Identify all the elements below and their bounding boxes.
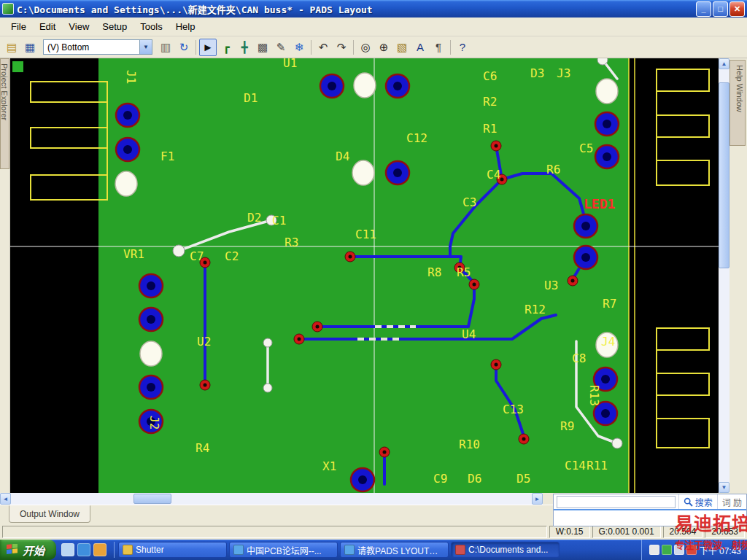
- pcb-board[interactable]: [98, 58, 629, 493]
- pcb-ref-label[interactable]: C13: [503, 402, 524, 416]
- volume-icon[interactable]: [674, 545, 684, 555]
- pcb-ref-label[interactable]: D2: [247, 211, 261, 225]
- scroll-up-icon[interactable]: ▲: [719, 58, 729, 69]
- menu-item-setup[interactable]: Setup: [96, 18, 133, 35]
- help-window-tab[interactable]: Help Window: [729, 60, 746, 146]
- pcb-ref-label[interactable]: R8: [427, 265, 441, 279]
- pcb-ref-label[interactable]: LED1: [584, 196, 615, 211]
- pcb-ref-label[interactable]: C2: [225, 249, 239, 263]
- media-player-icon[interactable]: [93, 543, 107, 556]
- pcb-ref-label[interactable]: C6: [483, 69, 497, 83]
- undo-icon[interactable]: ↶: [314, 39, 332, 56]
- pcb-ref-label[interactable]: R13: [587, 385, 601, 406]
- pcb-pad-unplated[interactable]: [140, 341, 162, 366]
- pcb-ref-label[interactable]: R3: [285, 236, 298, 249]
- pcb-ref-label[interactable]: J1: [124, 70, 138, 84]
- pcb-ref-label[interactable]: C11: [355, 228, 376, 241]
- pcb-ref-label[interactable]: J3: [557, 66, 570, 80]
- zoom-window-icon[interactable]: ⊕: [375, 39, 392, 56]
- highlight-icon[interactable]: ❄: [290, 39, 308, 56]
- pcb-ref-label[interactable]: U2: [197, 335, 211, 349]
- antivirus-icon[interactable]: [662, 545, 672, 555]
- redo-icon[interactable]: ↷: [333, 39, 350, 56]
- zoom-icon[interactable]: ◎: [357, 39, 374, 56]
- show-desktop-icon[interactable]: [61, 543, 74, 556]
- search-input[interactable]: [557, 496, 676, 508]
- pcb-ref-label[interactable]: R10: [459, 438, 480, 451]
- output-window-tab[interactable]: Output Window: [9, 505, 90, 523]
- pcb-ref-label[interactable]: R5: [457, 265, 471, 279]
- pcb-pad-unplated[interactable]: [115, 171, 137, 196]
- redraw-icon[interactable]: ↻: [175, 39, 193, 56]
- taskbar-clock[interactable]: 下午 07:43: [700, 544, 741, 556]
- start-button[interactable]: 开始: [0, 540, 56, 560]
- open-icon[interactable]: ▤: [3, 39, 20, 56]
- pcb-pad-round[interactable]: [597, 58, 608, 65]
- properties-icon[interactable]: ▥: [157, 39, 174, 56]
- save-icon[interactable]: ▦: [21, 39, 39, 56]
- scroll-left-icon[interactable]: ◄: [0, 493, 11, 505]
- pcb-ref-label[interactable]: C4: [487, 168, 500, 182]
- pcb-ref-label[interactable]: R9: [560, 419, 574, 433]
- measure-icon[interactable]: ✎: [272, 39, 290, 56]
- pcb-ref-label[interactable]: C7: [190, 249, 204, 263]
- help-icon[interactable]: ?: [454, 39, 471, 56]
- pcb-ref-label[interactable]: D3: [530, 66, 544, 80]
- ie-icon[interactable]: [77, 543, 90, 556]
- menu-item-help[interactable]: Help: [169, 18, 202, 35]
- pcb-ref-label[interactable]: D1: [244, 91, 258, 105]
- menu-item-tools[interactable]: Tools: [133, 18, 169, 35]
- pcb-ref-label[interactable]: C1: [272, 214, 286, 228]
- vertical-scroll-thumb[interactable]: [719, 82, 729, 268]
- sheet-icon[interactable]: ¶: [430, 39, 447, 56]
- pcb-ref-label[interactable]: C9: [433, 472, 447, 486]
- taskbar-task[interactable]: 请教PADS LYOUT辅...: [340, 542, 449, 558]
- pcb-pad-round[interactable]: [263, 338, 272, 347]
- pcb-ref-label[interactable]: R12: [525, 303, 546, 316]
- pcb-ref-label[interactable]: U3: [544, 279, 558, 292]
- layer-selector[interactable]: (V) Bottom ▼: [43, 39, 152, 55]
- minimize-button[interactable]: _: [696, 1, 711, 17]
- pcb-ref-label[interactable]: D5: [516, 472, 530, 486]
- update-icon[interactable]: [686, 545, 697, 555]
- grid-icon[interactable]: ▩: [254, 39, 271, 56]
- scroll-right-icon[interactable]: ►: [532, 493, 543, 505]
- pcb-ref-label[interactable]: R11: [587, 459, 608, 472]
- pcb-ref-label[interactable]: J2: [147, 416, 161, 429]
- scroll-down-icon[interactable]: ▼: [719, 482, 729, 493]
- text-icon[interactable]: A: [411, 39, 429, 56]
- pcb-ref-label[interactable]: C8: [572, 351, 586, 365]
- pcb-ref-label[interactable]: R2: [483, 95, 497, 109]
- pcb-ref-label[interactable]: VR1: [123, 247, 144, 261]
- pcb-ref-label[interactable]: D4: [336, 149, 349, 163]
- close-button[interactable]: ✕: [729, 1, 745, 17]
- pcb-pad-unplated[interactable]: [596, 79, 618, 104]
- fill-icon[interactable]: ▧: [393, 39, 411, 56]
- taskbar-task[interactable]: 中国PCB论坛网--...: [229, 542, 338, 558]
- pcb-drawing[interactable]: U1J1D1F1D4C12C6R2R1D3J3C5R6C4C3LED1D2C1R…: [10, 58, 719, 493]
- pcb-pad-round[interactable]: [173, 245, 185, 257]
- pcb-ref-label[interactable]: R1: [483, 122, 497, 136]
- pcb-ref-label[interactable]: C12: [406, 131, 427, 145]
- pcb-ref-label[interactable]: R4: [196, 441, 209, 455]
- horizontal-scrollbar[interactable]: ◄ ►: [0, 493, 543, 505]
- search-extra-tools[interactable]: 词 励: [717, 494, 746, 509]
- pcb-pad-unplated[interactable]: [354, 73, 376, 98]
- pcb-ref-label[interactable]: U1: [283, 58, 297, 70]
- taskbar-task[interactable]: Shutter: [118, 542, 227, 558]
- menu-item-file[interactable]: File: [4, 18, 33, 35]
- menu-item-edit[interactable]: Edit: [33, 18, 62, 35]
- pcb-ref-label[interactable]: F1: [160, 149, 174, 163]
- pcb-ref-label[interactable]: C5: [579, 141, 593, 155]
- pcb-ref-label[interactable]: C3: [462, 195, 476, 209]
- pcb-ref-label[interactable]: U4: [462, 327, 476, 341]
- select-cursor-icon[interactable]: ►: [199, 39, 217, 56]
- language-icon[interactable]: [649, 545, 659, 555]
- pcb-ref-label[interactable]: J4: [601, 335, 615, 349]
- pcb-ref-label[interactable]: C14: [565, 459, 586, 472]
- taskbar-task[interactable]: C:\Documents and...: [451, 542, 560, 558]
- pcb-ref-label[interactable]: X1: [322, 459, 336, 473]
- menu-item-view[interactable]: View: [62, 18, 96, 35]
- project-explorer-tab[interactable]: Project Explorer: [0, 58, 9, 169]
- chevron-down-icon[interactable]: ▼: [139, 40, 152, 54]
